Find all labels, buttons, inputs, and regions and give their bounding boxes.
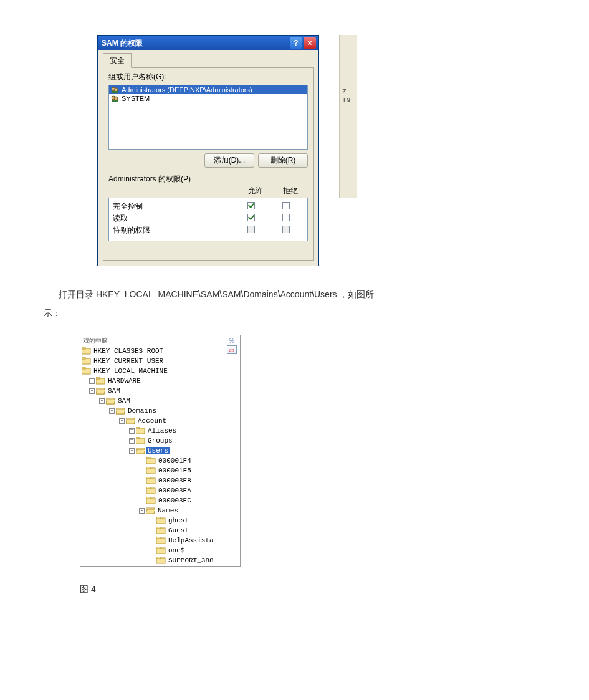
tree-node-hardware[interactable]: + HARDWARE <box>82 376 223 386</box>
tab-security[interactable]: 安全 <box>103 53 132 68</box>
add-button[interactable]: 添加(D)... <box>204 153 254 168</box>
folder-open-icon <box>146 507 155 514</box>
tree-node-name-one-dollar[interactable]: one$ <box>82 545 223 555</box>
principal-text: SYSTEM <box>122 95 150 102</box>
group-icon <box>110 95 119 102</box>
principals-listbox[interactable]: Administrators (DEEPINXP\Administrators)… <box>108 85 308 150</box>
svg-marker-19 <box>116 410 125 414</box>
remove-button[interactable]: 删除(R) <box>258 153 308 168</box>
tree-node-groups[interactable]: + Groups <box>82 436 223 446</box>
collapse-icon[interactable]: - <box>119 418 125 424</box>
tree-label: Names <box>156 507 178 514</box>
folder-icon <box>146 467 156 474</box>
tree-node-users[interactable]: - Users <box>82 446 223 456</box>
para-suffix: ，如图所 <box>339 289 374 299</box>
tree-label: SAM <box>107 387 120 395</box>
tree-label: Guest <box>167 527 189 534</box>
expand-icon[interactable]: + <box>129 438 135 444</box>
svg-rect-9 <box>82 357 85 359</box>
tree-node-sam-sub[interactable]: - SAM <box>82 396 223 406</box>
folder-icon <box>156 527 166 534</box>
tree-node-domains[interactable]: - Domains <box>82 406 223 416</box>
svg-rect-41 <box>156 517 160 519</box>
string-value-icon[interactable]: ab <box>227 345 237 354</box>
folder-open-icon <box>106 397 115 405</box>
svg-rect-5 <box>112 100 118 102</box>
principal-item-administrators[interactable]: Administrators (DEEPINXP\Administrators) <box>109 85 307 94</box>
folder-open-icon <box>126 417 135 424</box>
expand-icon[interactable]: + <box>129 428 135 434</box>
dialog-title: SAM 的权限 <box>102 38 289 49</box>
svg-rect-45 <box>156 537 160 539</box>
allow-checkbox <box>247 226 255 233</box>
folder-icon <box>146 477 156 484</box>
folder-icon <box>96 377 105 385</box>
tree-label: HARDWARE <box>107 377 141 385</box>
svg-rect-25 <box>136 437 140 439</box>
tree-node-sam[interactable]: - SAM <box>82 386 223 396</box>
tree-node-name-support[interactable]: SUPPORT_388 <box>82 555 223 565</box>
svg-rect-23 <box>136 427 140 429</box>
perm-name: 特别的权限 <box>113 225 234 236</box>
close-button[interactable]: × <box>304 37 316 49</box>
tree-label: HKEY_CURRENT_USER <box>92 357 163 365</box>
tree-node-hkcu[interactable]: HKEY_CURRENT_USER <box>82 356 223 366</box>
figure-caption: 图 4 <box>80 584 589 595</box>
folder-icon <box>146 487 156 494</box>
tree-node-user-000001F4[interactable]: 000001F4 <box>82 456 223 466</box>
tree-node-account[interactable]: - Account <box>82 416 223 426</box>
value-header-fragment: % <box>224 337 239 344</box>
para-path: HKEY_LOCAL_MACHINE\SAM\SAM\Domains\Accou… <box>96 289 340 299</box>
svg-rect-47 <box>156 547 160 549</box>
tree-node-names[interactable]: - Names <box>82 506 223 515</box>
folder-icon <box>156 537 166 544</box>
tree-node-name-helpassistant[interactable]: HelpAssista <box>82 535 223 545</box>
tree-label: 000003E8 <box>157 477 191 484</box>
svg-marker-39 <box>146 509 155 514</box>
deny-checkbox[interactable] <box>282 202 290 209</box>
folder-icon <box>156 517 166 524</box>
tree-node-user-000003E8[interactable]: 000003E8 <box>82 476 223 486</box>
para-prefix: 打开目录 <box>59 289 96 299</box>
tree-header-fragment: 戏的中脑 <box>82 337 223 346</box>
titlebar[interactable]: SAM 的权限 ? × <box>98 36 318 50</box>
svg-rect-31 <box>146 467 150 469</box>
tree-node-name-guest[interactable]: Guest <box>82 525 223 535</box>
tree-label: 000003EC <box>157 497 191 504</box>
deny-checkbox[interactable] <box>282 214 290 221</box>
allow-column-header: 允许 <box>238 186 273 196</box>
tree-label: SAM <box>117 397 130 405</box>
tree-node-aliases[interactable]: + Aliases <box>82 426 223 436</box>
para-line2: 示： <box>44 304 545 322</box>
tree-label: 000003EA <box>157 487 191 494</box>
folder-icon <box>146 497 156 504</box>
tree-label: Account <box>136 417 166 424</box>
collapse-icon[interactable]: - <box>109 408 115 414</box>
collapse-icon[interactable]: - <box>139 508 145 514</box>
tree-node-name-ghost[interactable]: ghost <box>82 515 223 525</box>
collapse-icon[interactable]: - <box>89 388 95 394</box>
svg-rect-33 <box>146 477 150 479</box>
tree-node-user-000003EA[interactable]: 000003EA <box>82 486 223 496</box>
folder-icon <box>82 367 91 375</box>
tree-label: Groups <box>146 437 173 444</box>
folder-icon <box>82 357 91 365</box>
tree-node-hkcr[interactable]: HKEY_CLASSES_ROOT <box>82 346 223 356</box>
folder-icon <box>82 347 91 355</box>
principal-item-system[interactable]: SYSTEM <box>109 94 307 103</box>
svg-rect-29 <box>146 457 150 459</box>
tree-node-user-000003EC[interactable]: 000003EC <box>82 496 223 506</box>
allow-checkbox[interactable] <box>247 214 255 221</box>
allow-checkbox[interactable] <box>247 202 255 209</box>
permissions-dialog: SAM 的权限 ? × 安全 组或用户名称(G): <box>97 35 319 266</box>
help-button[interactable]: ? <box>290 37 302 49</box>
tree-node-user-000001F5[interactable]: 000001F5 <box>82 466 223 476</box>
tree-node-hklm[interactable]: HKEY_LOCAL_MACHINE <box>82 366 223 376</box>
folder-open-icon <box>116 407 125 415</box>
collapse-icon[interactable]: - <box>99 398 105 404</box>
collapse-icon[interactable]: - <box>129 448 135 454</box>
folder-open-icon <box>96 387 105 395</box>
tree-label: HKEY_CLASSES_ROOT <box>92 347 163 355</box>
expand-icon[interactable]: + <box>89 378 95 384</box>
svg-rect-7 <box>82 347 85 349</box>
